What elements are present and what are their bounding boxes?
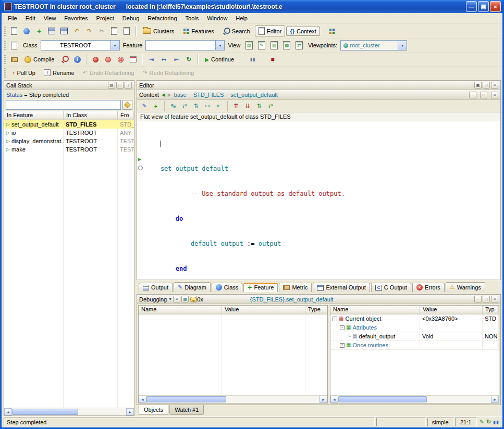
tab-diagram[interactable]: ✎ Diagram	[174, 282, 211, 292]
undo-icon[interactable]: ↶	[71, 26, 82, 37]
descendants-icon[interactable]: ⇊	[242, 101, 253, 111]
menu-edit[interactable]: Edit	[21, 14, 40, 22]
collapse-icon[interactable]: -	[340, 325, 345, 330]
continue-button[interactable]: ▶ Continue	[201, 55, 238, 64]
minimize-button[interactable]: —	[466, 1, 477, 12]
toolbar-grip[interactable]	[4, 68, 6, 78]
float-icon[interactable]: □	[116, 82, 124, 89]
new-expression-icon[interactable]: ▦	[181, 296, 189, 302]
breakpoint-slot-icon[interactable]	[138, 166, 143, 170]
view-interface-icon[interactable]: ⇄	[293, 40, 305, 51]
tree-row-once-routines[interactable]: + ▦ Once routines	[330, 341, 499, 350]
menu-help[interactable]: Help	[231, 14, 252, 22]
send-to-new-window-icon[interactable]	[8, 40, 20, 51]
step-into-icon[interactable]: ⇥	[145, 54, 157, 65]
view-editable-icon[interactable]: ✎	[256, 40, 267, 51]
objects-tree[interactable]: - ▦ Current object <0x32A8760> STD -	[330, 314, 499, 395]
menu-window[interactable]: Window	[203, 14, 231, 22]
scroll-track[interactable]	[12, 408, 126, 415]
column-type[interactable]: Typ	[483, 306, 499, 314]
redo-refactoring-button[interactable]: ↷ Redo Refactoring	[139, 68, 198, 78]
menu-refactoring[interactable]: Refactoring	[143, 14, 181, 22]
column-value[interactable]: Value	[222, 306, 305, 314]
restart-icon[interactable]: ↻	[183, 54, 194, 65]
call-stack-row[interactable]: ▷ display_demonstrat... TESTROOT TEST	[4, 137, 134, 145]
info-icon[interactable]: i	[71, 54, 83, 65]
breakpoint-remove-icon[interactable]	[115, 54, 126, 65]
breadcrumb-cluster[interactable]: base	[174, 92, 187, 98]
autohide-icon[interactable]: ↓	[125, 82, 132, 89]
remove-expression-icon[interactable]: ×	[173, 296, 180, 302]
toolbar-grip[interactable]	[4, 55, 6, 64]
column-name[interactable]: Name	[330, 306, 420, 314]
tab-warnings[interactable]: ⚠ Warnings	[446, 282, 485, 292]
call-stack-hscrollbar[interactable]: ◄ ►	[4, 408, 134, 415]
cut-icon[interactable]: ✂	[96, 26, 107, 37]
restore-button[interactable]: ▣	[478, 1, 489, 12]
step-over-icon[interactable]: ↦	[158, 54, 169, 65]
expand-icon[interactable]: +	[340, 343, 345, 348]
basic-view-icon[interactable]: ⇤	[214, 101, 224, 111]
tab-output[interactable]: Output	[139, 283, 173, 292]
column-value[interactable]: Value	[420, 306, 483, 314]
exception-button[interactable]	[122, 100, 132, 110]
toolbar-grip[interactable]	[4, 27, 6, 36]
column-in-feature[interactable]: In Feature	[4, 111, 64, 120]
viewpoints-dropdown-icon[interactable]: ▼	[398, 41, 407, 50]
tab-objects[interactable]: Objects	[139, 405, 168, 415]
feature-combo[interactable]: ▼	[145, 40, 225, 51]
debug-search-icon[interactable]	[59, 54, 70, 65]
debugging-header[interactable]: Debugging ▼ × ▦ 0x {STD_FILES}.set_outpu…	[137, 295, 500, 304]
tab-external-output[interactable]: External Output	[313, 283, 370, 292]
close-pane-icon[interactable]: ×	[491, 296, 498, 302]
call-stack-row[interactable]: ▷ set_output_default STD_FILES STD_	[4, 120, 134, 129]
sync-icon[interactable]: ↻	[486, 419, 491, 425]
dock-icon[interactable]: ▤	[108, 82, 115, 89]
copy-icon[interactable]	[108, 26, 120, 37]
save-icon[interactable]	[46, 26, 57, 37]
objects-hscrollbar[interactable]: ◄ ►	[330, 395, 499, 403]
editor-gutter[interactable]: ▶	[137, 121, 144, 280]
menu-project[interactable]: Project	[92, 14, 118, 22]
chevron-down-icon[interactable]: ▼	[168, 297, 172, 301]
call-stack-header[interactable]: Call Stack ▤ □ ↓	[4, 81, 134, 90]
flat-view-icon[interactable]: ↹	[168, 101, 178, 111]
scroll-left-icon[interactable]: ◄	[4, 408, 12, 415]
editable-state-icon[interactable]: ✎	[480, 419, 484, 425]
open-icon[interactable]	[21, 26, 32, 37]
breakpoint-disable-icon[interactable]	[102, 54, 114, 65]
new-window-icon[interactable]	[8, 26, 20, 37]
tree-row-default-output[interactable]: └ ▦ default_output Void NON	[330, 332, 499, 341]
search-button[interactable]: Search	[219, 26, 254, 36]
view-flat-icon[interactable]: ▥	[268, 40, 280, 51]
class-combo-dropdown-icon[interactable]: ▼	[110, 41, 119, 50]
pause-icon[interactable]: ▮▮	[247, 54, 259, 65]
scroll-right-icon[interactable]: ►	[491, 396, 499, 403]
column-in-class[interactable]: In Class	[64, 111, 118, 120]
pull-up-button[interactable]: ↑ Pull Up	[8, 68, 39, 78]
callers-icon[interactable]: ⇅	[254, 101, 264, 111]
view-text-icon[interactable]: ▤	[243, 40, 255, 51]
history-forward-icon[interactable]: ▶	[168, 92, 171, 97]
code-area[interactable]: set_output_default -- Use standard outpu…	[144, 121, 500, 280]
compile-button[interactable]: Compile	[21, 55, 58, 65]
breakpoints-tool-icon[interactable]	[127, 54, 139, 65]
maximize-pane-icon[interactable]: □	[483, 296, 490, 302]
rename-button[interactable]: I Rename	[40, 68, 78, 78]
menu-view[interactable]: View	[40, 14, 60, 22]
breadcrumb-class[interactable]: STD_FILES	[193, 92, 224, 98]
clusters-button[interactable]: Clusters	[139, 27, 178, 36]
tab-errors[interactable]: × Errors	[412, 283, 445, 292]
breadcrumb-feature[interactable]: set_output_default	[230, 92, 278, 98]
tab-c-output[interactable]: C C Output	[371, 283, 411, 292]
stop-icon[interactable]: ■	[267, 54, 278, 65]
call-stack-row[interactable]: ▷ make TESTROOT TEST	[4, 145, 134, 154]
close-pane-icon[interactable]: ×	[491, 92, 498, 98]
edit-feature-icon[interactable]: ✎	[139, 101, 150, 111]
class-combo[interactable]: TESTROOT ▼	[41, 40, 120, 51]
feature-combo-dropdown-icon[interactable]: ▼	[215, 41, 224, 50]
scroll-left-icon[interactable]: ◄	[330, 396, 338, 403]
interface-view-icon[interactable]: ⇅	[191, 101, 201, 111]
call-stack-row[interactable]: ▷ io TESTROOT ANY	[4, 129, 134, 137]
context-toggle-button[interactable]: {} Context	[286, 27, 319, 36]
